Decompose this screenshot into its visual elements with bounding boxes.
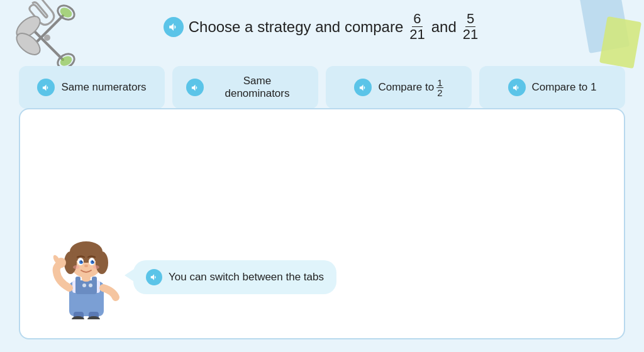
svg-rect-13: [92, 277, 97, 284]
paper-yellow-decoration: [599, 16, 641, 69]
tab-half-fraction: 1 2: [436, 78, 443, 97]
main-content-area: You can switch between the tabs: [19, 108, 625, 339]
tab-speaker-icon-3: [354, 79, 372, 96]
svg-point-29: [93, 260, 94, 261]
svg-point-31: [73, 265, 79, 269]
svg-rect-12: [75, 277, 80, 284]
tab-compare-one-label: Compare to 1: [532, 81, 597, 94]
svg-point-2: [44, 35, 50, 41]
speech-bubble: You can switch between the tabs: [133, 260, 336, 294]
svg-point-30: [84, 265, 88, 267]
tab-compare-half[interactable]: Compare to 1 2: [326, 66, 472, 109]
tab-same-denominators-label: Same denominators: [210, 75, 304, 100]
tab-compare-one[interactable]: Compare to 1: [479, 66, 625, 109]
tab-same-numerators-label: Same numerators: [61, 81, 146, 94]
svg-point-21: [72, 248, 100, 263]
svg-point-32: [93, 265, 99, 269]
svg-point-28: [82, 260, 83, 261]
speech-bubble-text: You can switch between the tabs: [169, 271, 324, 283]
tab-compare-half-label: Compare to 1 2: [378, 78, 443, 97]
tab-same-denominators[interactable]: Same denominators: [172, 66, 318, 109]
header-row: Choose a strategy and compare 6 21 and 5…: [82, 11, 562, 42]
tab-same-numerators[interactable]: Same numerators: [19, 66, 165, 109]
bubble-speaker-icon[interactable]: [146, 269, 162, 285]
fraction-2: 5 21: [462, 11, 479, 42]
character-area: You can switch between the tabs: [45, 225, 336, 319]
girl-character: [45, 225, 127, 319]
tab-speaker-icon-1: [37, 79, 55, 96]
scissors-decoration: [3, 0, 79, 72]
tab-speaker-icon-2: [186, 79, 204, 96]
instruction-text: Choose a strategy and compare 6 21 and 5…: [189, 11, 481, 42]
tab-speaker-icon-4: [508, 79, 526, 96]
svg-point-15: [89, 283, 92, 287]
svg-point-14: [82, 283, 86, 287]
fraction-1: 6 21: [408, 11, 426, 42]
header-speaker-icon[interactable]: [164, 17, 184, 37]
tabs-row: Same numerators Same denominators Compar…: [19, 66, 625, 109]
